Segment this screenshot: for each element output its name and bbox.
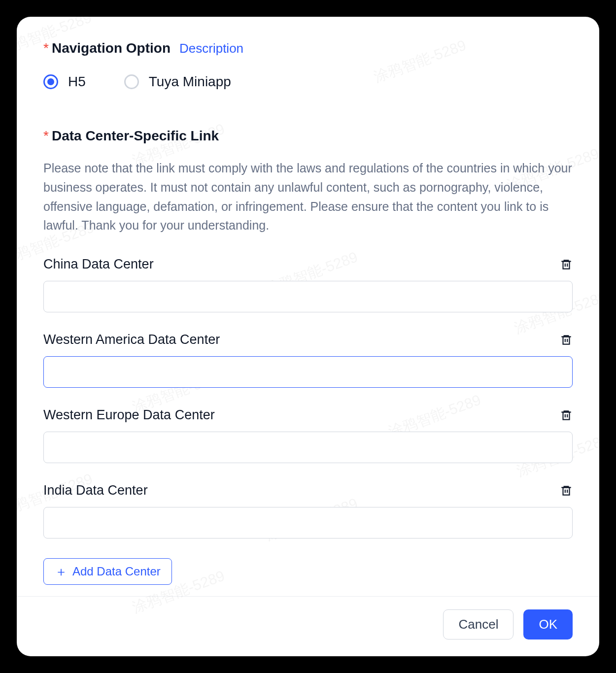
add-data-center-button[interactable]: ＋ Add Data Center [43,558,172,585]
dc-link-header: *Data Center-Specific Link [43,128,573,144]
dc-input-western-america[interactable] [43,356,573,388]
ok-button[interactable]: OK [523,609,573,639]
dc-input-india[interactable] [43,507,573,538]
svg-rect-3 [563,487,570,495]
dc-block-western-europe: Western Europe Data Center [43,407,573,463]
navigation-option-radio-group: H5 Tuya Miniapp [43,74,573,90]
dc-name: India Data Center [43,483,148,498]
required-asterisk: * [43,40,49,56]
radio-tuya-miniapp[interactable]: Tuya Miniapp [124,74,231,90]
svg-rect-1 [563,336,570,344]
dc-block-china: China Data Center [43,257,573,312]
dc-link-notice: Please note that the link must comply wi… [43,159,573,235]
radio-circle-icon [124,74,139,89]
dc-name: China Data Center [43,257,154,272]
radio-h5[interactable]: H5 [43,74,86,90]
dc-name: Western Europe Data Center [43,407,215,423]
trash-icon[interactable] [560,484,573,497]
dc-block-western-america: Western America Data Center [43,332,573,388]
dc-block-india: India Data Center [43,483,573,538]
trash-icon[interactable] [560,334,573,346]
navigation-option-label: *Navigation Option [43,40,171,56]
cancel-button[interactable]: Cancel [443,609,513,639]
modal-dialog: 涂鸦智能-5289 涂鸦智能-5289 涂鸦智能-5289 涂鸦智能-5289 … [17,17,599,656]
dc-name: Western America Data Center [43,332,220,347]
dc-input-western-europe[interactable] [43,432,573,463]
dc-input-china[interactable] [43,281,573,312]
plus-icon: ＋ [55,565,68,578]
navigation-option-header: *Navigation Option Description [43,40,573,56]
dc-link-label: *Data Center-Specific Link [43,128,219,144]
svg-rect-2 [563,412,570,419]
trash-icon[interactable] [560,409,573,422]
required-asterisk: * [43,128,49,143]
radio-circle-icon [43,74,58,89]
radio-label: H5 [68,74,86,90]
add-data-center-label: Add Data Center [72,565,161,578]
modal-footer: 涂鸦智能-5289 Cancel OK [17,596,599,656]
radio-label: Tuya Miniapp [149,74,231,90]
trash-icon[interactable] [560,258,573,271]
svg-rect-0 [563,261,570,269]
modal-body: 涂鸦智能-5289 涂鸦智能-5289 涂鸦智能-5289 涂鸦智能-5289 … [17,17,599,596]
description-link[interactable]: Description [179,41,243,56]
